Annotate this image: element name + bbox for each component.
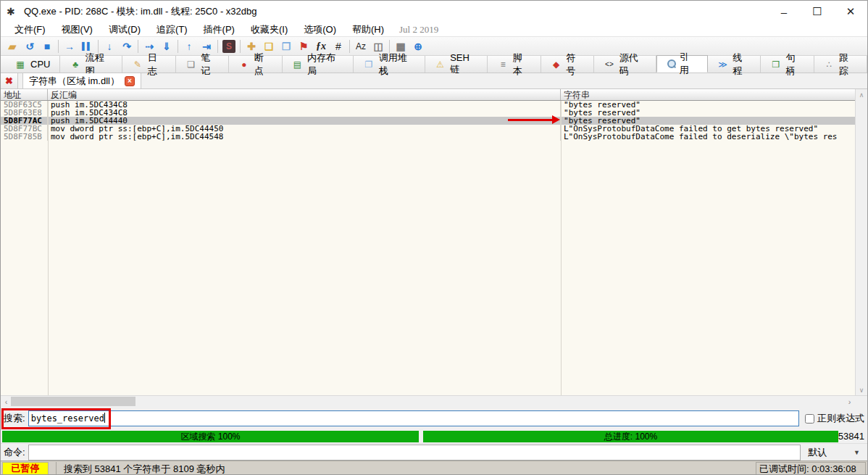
- tab-handles[interactable]: ❒句柄: [761, 56, 814, 73]
- scroll-up-icon[interactable]: ∧: [856, 89, 867, 100]
- menu-help[interactable]: 帮助(H): [344, 22, 392, 37]
- search-input[interactable]: bytes_reserved: [28, 410, 799, 426]
- disasm-cell: push im.5DC434C8: [48, 101, 561, 109]
- match-highlight: bytes_reserved: [569, 117, 636, 125]
- menu-trace[interactable]: 追踪(T): [149, 22, 196, 37]
- annotation-arrow: [508, 119, 553, 121]
- tab-label: 句柄: [786, 51, 804, 78]
- command-input[interactable]: [28, 445, 801, 460]
- table-row-selected[interactable]: 5D8F77AC push im.5DC44440 "bytes_reserve…: [1, 117, 867, 125]
- restart-icon[interactable]: ↺: [21, 38, 38, 54]
- menu-options[interactable]: 选项(O): [296, 22, 344, 37]
- column-divider: [561, 101, 562, 395]
- table-row[interactable]: 5D8F785B mov dword ptr ss:[ebp+C],im.5DC…: [1, 133, 867, 141]
- script-badge-icon[interactable]: S: [220, 38, 238, 54]
- address-cell: 5D8F785B: [1, 133, 48, 141]
- log-icon: ✎: [132, 59, 143, 70]
- scroll-right-icon[interactable]: ›: [844, 396, 855, 407]
- match-highlight: bytes_reserved: [746, 125, 814, 133]
- region-search-progressbar: 区域搜索 100%: [2, 431, 419, 442]
- step-over-icon[interactable]: ↷: [118, 38, 135, 54]
- x32dbg-window: ✱ QQ.exe - PID: 268C - 模块: im.dll - 线程: …: [0, 0, 868, 475]
- table-row[interactable]: 5D8F63C5 push im.5DC434C8 "bytes_reserve…: [1, 101, 867, 109]
- text-caret: [104, 413, 105, 423]
- window-title: QQ.exe - PID: 268C - 模块: im.dll - 线程: 25…: [24, 5, 767, 18]
- tab-notes[interactable]: ❏笔记: [176, 56, 229, 73]
- case-search-icon[interactable]: Az: [352, 38, 370, 54]
- command-label: 命令:: [4, 446, 28, 459]
- run-icon[interactable]: →: [61, 38, 78, 54]
- string-cell: "bytes_reserved": [561, 101, 856, 109]
- scrollbar-thumb[interactable]: [11, 397, 135, 406]
- menu-file[interactable]: 文件(F): [7, 22, 54, 37]
- tab-references[interactable]: 引用: [656, 55, 708, 73]
- close-all-tabs-button[interactable]: ✖: [1, 73, 18, 88]
- threads-icon: ≫: [717, 59, 728, 70]
- string-text: ": [564, 101, 569, 109]
- string-cell: L"OnSysProtobufDataCome failed to deseri…: [561, 133, 856, 141]
- vertical-scrollbar[interactable]: ∧ ∨: [855, 89, 867, 395]
- magnifier-icon: [667, 59, 675, 68]
- tab-seh[interactable]: ⚠SEH链: [425, 56, 488, 73]
- column-header-string[interactable]: 字符串: [561, 89, 856, 100]
- tab-log[interactable]: ✎日志: [122, 56, 175, 73]
- tab-source[interactable]: <>源代码: [594, 56, 656, 73]
- table-row[interactable]: 5D8F63E8 push im.5DC434C8 "bytes_reserve…: [1, 109, 867, 117]
- toolbar-separator: [349, 40, 350, 53]
- close-button[interactable]: ✕: [834, 1, 867, 22]
- tab-symbols[interactable]: ◆符号: [541, 56, 594, 73]
- tab-script[interactable]: ≡脚本: [488, 56, 541, 73]
- open-file-icon[interactable]: ▰: [4, 38, 21, 54]
- search-value: bytes_reserved: [31, 413, 104, 424]
- paused-status-badge: 已暂停: [2, 462, 49, 475]
- menu-plugins[interactable]: 插件(P): [196, 22, 243, 37]
- string-cell: L"OnSysProtobufDataCome failed to get by…: [561, 125, 856, 133]
- regex-checkbox[interactable]: [805, 414, 814, 424]
- tab-trace[interactable]: ∴跟踪: [814, 56, 867, 73]
- command-preset-dropdown[interactable]: 默认 ▼: [804, 445, 864, 460]
- stop-icon[interactable]: ■: [38, 38, 56, 54]
- result-count: 53841: [838, 431, 864, 442]
- tab-graph[interactable]: ♣流程图: [60, 56, 122, 73]
- symbols-icon: ◆: [551, 59, 562, 70]
- tab-cpu[interactable]: ▦CPU: [5, 56, 60, 73]
- string-cell: "bytes_reserved": [561, 109, 856, 117]
- tab-threads[interactable]: ≫线程: [708, 56, 761, 73]
- toolbar-separator: [138, 40, 138, 53]
- labels-icon[interactable]: ❐: [277, 38, 295, 54]
- menu-view[interactable]: 视图(V): [54, 22, 101, 37]
- menu-debug[interactable]: 调试(D): [101, 22, 149, 37]
- strings-region-tab[interactable]: 字符串（区域 im.dll） ×: [22, 73, 141, 88]
- search-label: 搜索:: [4, 412, 28, 425]
- debug-time: 已调试时间: 0:03:36:08: [756, 462, 866, 475]
- maximize-button[interactable]: ☐: [801, 1, 834, 22]
- minimize-button[interactable]: –: [767, 1, 801, 22]
- tab-memory-map[interactable]: ▤内存布局: [283, 56, 354, 73]
- disasm-cell: push im.5DC434C8: [48, 109, 561, 117]
- tab-label: 源代码: [619, 51, 647, 78]
- table-row[interactable]: 5D8F77BC mov dword ptr ss:[ebp+C],im.5DC…: [1, 125, 867, 133]
- menu-favourites[interactable]: 收藏夹(I): [243, 22, 296, 37]
- tab-label: 引用: [680, 51, 698, 77]
- tab-label: 笔记: [201, 51, 219, 78]
- column-header-address[interactable]: 地址: [1, 89, 48, 100]
- horizontal-scrollbar[interactable]: ‹ ›: [1, 395, 867, 407]
- disasm-cell: mov dword ptr ss:[ebp+C],im.5DC44548: [48, 133, 561, 141]
- string-text: ": [635, 117, 640, 125]
- tab-close-icon[interactable]: ×: [125, 76, 135, 86]
- string-text: ": [564, 117, 569, 125]
- scroll-down-icon[interactable]: ∨: [856, 384, 867, 395]
- tab-call-stack[interactable]: ❐调用堆栈: [354, 56, 425, 73]
- column-header-disassembly[interactable]: 反汇编: [48, 89, 561, 100]
- address-cell: 5D8F77AC: [1, 117, 48, 125]
- scroll-left-icon[interactable]: ‹: [1, 396, 12, 407]
- tab-label: CPU: [30, 59, 50, 70]
- string-cell: "bytes_reserved": [561, 117, 856, 125]
- step-out-icon[interactable]: ↑: [180, 38, 198, 54]
- progress-row: 区域搜索 100% 总进度: 100% 53841: [1, 430, 867, 443]
- toolbar-separator: [178, 40, 178, 53]
- string-text: L"OnSysProtobufDataCome failed to get: [564, 125, 746, 133]
- tab-breakpoints[interactable]: ●断点: [229, 56, 282, 73]
- view-tab-bar: ▦CPU ♣流程图 ✎日志 ❏笔记 ●断点 ▤内存布局 ❐调用堆栈 ⚠SEH链 …: [1, 56, 867, 73]
- progress-label: 总进度: 100%: [604, 431, 657, 443]
